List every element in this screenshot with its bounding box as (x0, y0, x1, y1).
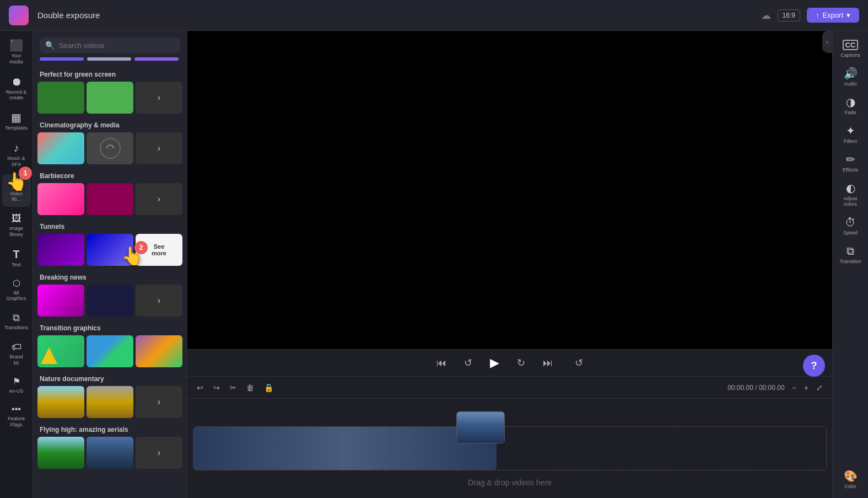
adjust-colors-icon: ◐ (846, 183, 855, 194)
skip-to-start-button[interactable]: ⏮ (434, 355, 449, 371)
right-panel-collapse-button[interactable]: ‹ (822, 31, 832, 53)
section-title-cinematography: Cinematography & media (37, 116, 182, 132)
right-panel-audio[interactable]: 🔊 Audio (835, 63, 866, 91)
skip-to-end-button[interactable]: ⏭ (541, 355, 555, 371)
transitions-label: Transitions (4, 325, 29, 331)
fit-button[interactable]: ⤢ (813, 382, 826, 394)
forward-button[interactable]: ↻ (515, 355, 527, 371)
lock-button[interactable]: 🔒 (261, 382, 276, 394)
chevron-left-icon: ‹ (826, 39, 828, 45)
thumb-tg2[interactable] (87, 335, 133, 367)
delete-button[interactable]: 🗑 (244, 382, 257, 394)
right-panel-adjust-colors[interactable]: ◐ Adjustcolors (835, 178, 866, 211)
undo-button[interactable]: ↩ (194, 382, 206, 394)
sidebar-item-image-library[interactable]: 🖼 Imagelibrary (2, 209, 31, 242)
arrow-icon: › (158, 93, 160, 103)
thumb-arrow-fly[interactable]: › (136, 437, 182, 469)
sidebar-item-transitions[interactable]: ⧉ Transitions (2, 308, 31, 335)
thumb-arrow-barbiecore[interactable]: › (136, 183, 182, 215)
sidebar-item-more[interactable]: ••• FeatureFlags (2, 400, 31, 432)
top-bar: Double exposure ☁ 16:9 ↑ Export ▾ (0, 0, 868, 31)
svg-point-0 (100, 138, 120, 158)
redo-button[interactable]: ↪ (211, 382, 223, 394)
playback-bar: ⏮ ↺ ▶ ↻ ⏭ ↺ (187, 349, 832, 377)
thumb-fly2[interactable] (87, 437, 133, 469)
cut-button[interactable]: ✂ (227, 382, 239, 394)
transition-label: Transition (839, 259, 861, 264)
filter-tab-1[interactable] (40, 57, 84, 61)
thumb-news1[interactable] (37, 285, 84, 317)
sidebar-item-your-media[interactable]: ⬛ Your media (2, 35, 31, 69)
project-title: Double exposure (37, 10, 761, 20)
search-input[interactable] (59, 41, 175, 50)
sidebar-item-music[interactable]: ♪ Music & SFX (2, 138, 31, 172)
thumb-tg3[interactable] (136, 335, 182, 367)
thumb-tg1[interactable] (37, 335, 84, 367)
adjust-colors-label: Adjustcolors (843, 196, 857, 207)
transition-icon: ⧉ (847, 245, 854, 256)
right-panel-fade[interactable]: ◑ Fade (835, 92, 866, 120)
thumb-arrow-green-screen[interactable]: › (136, 82, 182, 114)
section-title-nature: Nature documentary (37, 370, 182, 386)
right-panel-captions[interactable]: CC Captions (835, 35, 866, 62)
right-panel-effects[interactable]: ✏ Effects (835, 149, 866, 177)
sidebar-item-graphics[interactable]: ⬡ 88 Graphics (2, 275, 31, 307)
right-panel-color[interactable]: 🎨 Color (835, 466, 866, 494)
top-bar-actions: ☁ 16:9 ↑ Export ▾ (761, 8, 859, 23)
thumb-arrow-nature[interactable]: › (136, 386, 182, 418)
thumb-fly1[interactable] (37, 437, 84, 469)
sidebar-item-templates[interactable]: ▦ Templates (2, 108, 31, 136)
sidebar-item-brand[interactable]: 🏷 Brandkit (2, 338, 31, 371)
thumb-news2[interactable] (87, 285, 133, 317)
thumb-nature2[interactable] (87, 386, 133, 418)
loop-button[interactable]: ↺ (573, 355, 585, 371)
sidebar-item-en-us[interactable]: ⚑ en-US (2, 373, 31, 399)
arrow-icon-news: › (158, 296, 160, 306)
thumb-row-cinematography: › (37, 132, 182, 164)
export-dropdown-icon: ▾ (847, 11, 850, 19)
aspect-ratio-badge[interactable]: 16:9 (778, 9, 800, 22)
zoom-in-button[interactable]: + (801, 382, 811, 394)
thumb-cine2[interactable] (87, 132, 133, 164)
thumb-nature1[interactable] (37, 386, 84, 418)
zoom-out-button[interactable]: − (789, 382, 799, 394)
timeline-area: Drag & drop videos here (187, 399, 832, 498)
sidebar-item-record-create[interactable]: ⏺ Record &create (2, 72, 31, 106)
clip-thumbnail (456, 411, 505, 443)
right-panel-filters[interactable]: ✦ Filters (835, 121, 866, 148)
thumb-barbie2[interactable] (87, 183, 133, 215)
thumb-arrow-cine[interactable]: › (136, 132, 182, 164)
right-panel-speed[interactable]: ⏱ Speed (835, 212, 866, 240)
thumb-arrow-news[interactable]: › (136, 285, 182, 317)
see-more-overlay[interactable]: See more (136, 234, 182, 266)
zoom-group: − + ⤢ (789, 382, 826, 394)
arrow-icon-fly: › (158, 448, 160, 458)
export-button[interactable]: ↑ Export ▾ (807, 8, 859, 23)
thumb-tunnels-seemore[interactable]: See more (136, 234, 182, 266)
question-mark-icon: ? (811, 360, 817, 372)
help-button[interactable]: ? (803, 355, 825, 377)
play-button[interactable]: ▶ (488, 354, 502, 372)
search-icon: 🔍 (45, 41, 55, 50)
right-panel-transition[interactable]: ⧉ Transition (835, 241, 866, 269)
timeline-clip[interactable] (193, 427, 497, 470)
fade-label: Fade (845, 110, 856, 115)
thumb-row-green-screen: › (37, 82, 182, 114)
filter-tab-3[interactable] (134, 57, 179, 61)
sidebar-item-video-library[interactable]: 🎬 Videolib... (2, 174, 31, 207)
thumb-tunnel1[interactable] (37, 234, 84, 266)
thumb-row-tunnels: See more (37, 234, 182, 266)
thumb-barbie1[interactable] (37, 183, 84, 215)
your-media-label: Your media (4, 53, 29, 65)
cloud-save-icon[interactable]: ☁ (761, 9, 771, 22)
thumb-green1[interactable] (37, 82, 84, 114)
filter-tab-2[interactable] (87, 57, 131, 61)
thumb-cine1[interactable] (37, 132, 84, 164)
rewind-button[interactable]: ↺ (462, 355, 475, 371)
section-title-barbiecore: Barbiecore (37, 167, 182, 183)
thumb-tunnel2[interactable] (87, 234, 133, 266)
sidebar-item-text[interactable]: T Text (2, 244, 31, 272)
captions-icon: CC (843, 40, 859, 50)
thumb-green2[interactable] (87, 82, 133, 114)
video-library-label: Videolib... (10, 191, 23, 203)
